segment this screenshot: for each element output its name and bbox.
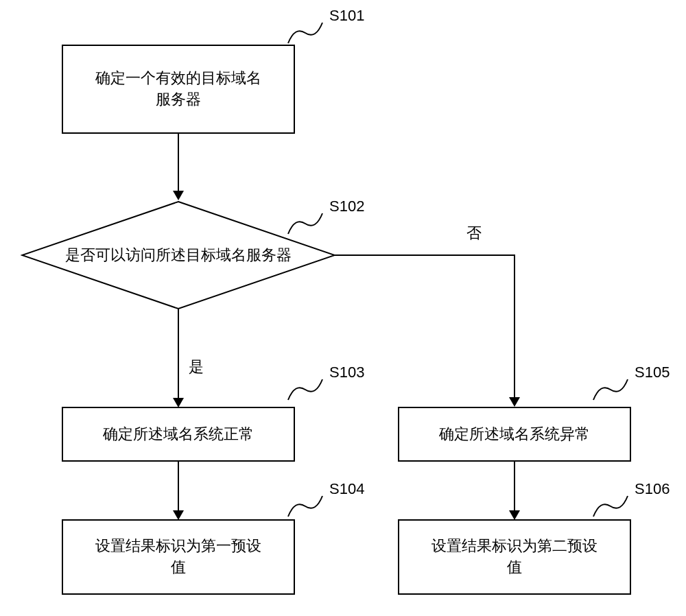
wavy-connector-s105 [590,376,631,403]
box-s106-text: 设置结果标识为第二预设 值 [431,536,598,578]
line-to-s105-vert [514,254,515,399]
arrow-s101-s102 [178,134,179,192]
box-s104: 设置结果标识为第一预设 值 [62,519,295,595]
edge-label-yes: 是 [189,357,204,377]
diamond-s102-text: 是否可以访问所述目标域名服务器 [65,245,292,265]
box-s105: 确定所述域名系统异常 [398,407,631,462]
step-label-s103: S103 [329,364,364,381]
box-s106: 设置结果标识为第二预设 值 [398,519,631,595]
box-s105-text: 确定所述域名系统异常 [439,424,590,445]
flowchart-diagram: S101 确定一个有效的目标域名 服务器 S102 是否可以访问所述目标域名服务… [0,0,686,616]
step-label-s106: S106 [635,480,670,498]
arrow-s103-s104 [178,462,179,512]
wavy-connector-s104 [285,493,326,520]
box-s101-text: 确定一个有效的目标域名 服务器 [95,68,261,110]
wavy-connector-s103 [285,376,326,403]
arrow-head-s103 [173,398,184,407]
arrow-head-s105 [509,397,520,407]
wavy-connector-s106 [590,493,631,520]
wavy-connector-s101 [285,19,326,47]
arrow-head-s106 [509,510,520,520]
box-s104-text: 设置结果标识为第一预设 值 [95,536,261,578]
step-label-s101: S101 [329,7,364,25]
box-s103: 确定所述域名系统正常 [62,407,295,462]
line-diamond-right [335,254,514,256]
edge-label-no: 否 [466,223,482,244]
step-label-s104: S104 [329,480,364,498]
diamond-s102: 是否可以访问所述目标域名服务器 [21,200,336,310]
box-s103-text: 确定所述域名系统正常 [103,424,254,445]
step-label-s105: S105 [635,364,670,381]
arrow-head-s104 [173,510,184,520]
arrow-diamond-s103 [178,309,179,399]
arrow-s105-s106 [514,462,515,512]
arrow-head-s101-s102 [173,191,184,200]
box-s101: 确定一个有效的目标域名 服务器 [62,45,295,134]
